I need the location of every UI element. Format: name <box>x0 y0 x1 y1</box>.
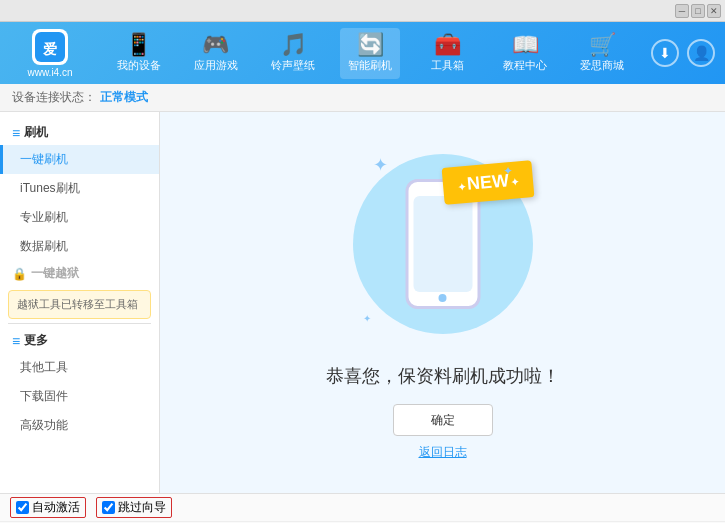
one-click-flash-label: 一键刷机 <box>20 152 68 166</box>
store-label: 爱思商城 <box>580 58 624 73</box>
tutorial-icon: 📖 <box>512 34 539 56</box>
close-button[interactable]: ✕ <box>707 4 721 18</box>
confirm-button[interactable]: 确定 <box>393 404 493 436</box>
jailbreak-section-label: 一键越狱 <box>31 265 79 282</box>
app-game-icon: 🎮 <box>202 34 229 56</box>
minimize-button[interactable]: ─ <box>675 4 689 18</box>
back-link[interactable]: 返回日志 <box>419 444 467 461</box>
toolbox-label: 工具箱 <box>431 58 464 73</box>
skip-wizard-checkbox-label[interactable]: 跳过向导 <box>96 497 172 518</box>
status-label: 设备连接状态： <box>12 89 96 106</box>
jailbreak-warning-text: 越狱工具已转移至工具箱 <box>17 298 138 310</box>
success-message: 恭喜您，保资料刷机成功啦！ <box>326 364 560 388</box>
maximize-button[interactable]: □ <box>691 4 705 18</box>
sidebar-divider <box>8 323 151 324</box>
logo[interactable]: 爱 www.i4.cn <box>10 29 90 78</box>
sidebar-item-pro-flash[interactable]: 专业刷机 <box>0 203 159 232</box>
smart-flash-icon: 🔄 <box>357 34 384 56</box>
auto-connect-label: 自动激活 <box>32 499 80 516</box>
sidebar-item-download-firmware[interactable]: 下载固件 <box>0 382 159 411</box>
footer-checkbox-row: 自动激活 跳过向导 <box>0 494 725 522</box>
sidebar-section-more: ≡ 更多 <box>0 328 159 353</box>
toolbox-icon: 🧰 <box>434 34 461 56</box>
new-badge: NEW <box>441 160 534 205</box>
tutorial-label: 教程中心 <box>503 58 547 73</box>
nav-items: 📱 我的设备 🎮 应用游戏 🎵 铃声壁纸 🔄 智能刷机 🧰 工具箱 📖 教程中心… <box>100 28 641 79</box>
other-tools-label: 其他工具 <box>20 360 68 374</box>
my-device-icon: 📱 <box>125 34 152 56</box>
jailbreak-warning: 越狱工具已转移至工具箱 <box>8 290 151 319</box>
sparkle-2: ✦ <box>503 164 513 178</box>
auto-connect-checkbox-label[interactable]: 自动激活 <box>10 497 86 518</box>
ringtone-icon: 🎵 <box>280 34 307 56</box>
main-layout: ≡ 刷机 一键刷机 iTunes刷机 专业刷机 数据刷机 🔒 一键越狱 越狱工具… <box>0 112 725 493</box>
data-flash-label: 数据刷机 <box>20 239 68 253</box>
sidebar-section-flash: ≡ 刷机 <box>0 120 159 145</box>
sidebar-item-itunes-flash[interactable]: iTunes刷机 <box>0 174 159 203</box>
nav-tutorial[interactable]: 📖 教程中心 <box>495 28 555 79</box>
status-bar: 设备连接状态： 正常模式 <box>0 84 725 112</box>
ringtone-label: 铃声壁纸 <box>271 58 315 73</box>
nav-ringtone[interactable]: 🎵 铃声壁纸 <box>263 28 323 79</box>
itunes-flash-label: iTunes刷机 <box>20 181 80 195</box>
skip-wizard-label: 跳过向导 <box>118 499 166 516</box>
more-section-icon: ≡ <box>12 333 20 349</box>
header: 爱 www.i4.cn 📱 我的设备 🎮 应用游戏 🎵 铃声壁纸 🔄 智能刷机 … <box>0 22 725 84</box>
sidebar: ≡ 刷机 一键刷机 iTunes刷机 专业刷机 数据刷机 🔒 一键越狱 越狱工具… <box>0 112 160 493</box>
nav-toolbox[interactable]: 🧰 工具箱 <box>418 28 478 79</box>
sidebar-item-one-click-flash[interactable]: 一键刷机 <box>0 145 159 174</box>
nav-app-game[interactable]: 🎮 应用游戏 <box>186 28 246 79</box>
user-button[interactable]: 👤 <box>687 39 715 67</box>
auto-connect-checkbox[interactable] <box>16 501 29 514</box>
more-section-label: 更多 <box>24 332 48 349</box>
download-button[interactable]: ⬇ <box>651 39 679 67</box>
phone-illustration: ✦ ✦ ✦ NEW <box>343 144 543 344</box>
lock-icon: 🔒 <box>12 267 27 281</box>
footer-area: 自动激活 跳过向导 📱 iPhone 12 mini 64GB Down-12m… <box>0 493 725 523</box>
sidebar-item-data-flash[interactable]: 数据刷机 <box>0 232 159 261</box>
nav-store[interactable]: 🛒 爱思商城 <box>572 28 632 79</box>
pro-flash-label: 专业刷机 <box>20 210 68 224</box>
logo-icon: 爱 <box>32 29 68 65</box>
my-device-label: 我的设备 <box>117 58 161 73</box>
flash-section-label: 刷机 <box>24 124 48 141</box>
svg-text:爱: 爱 <box>43 41 57 57</box>
sidebar-item-other-tools[interactable]: 其他工具 <box>0 353 159 382</box>
phone-screen <box>413 196 472 292</box>
nav-right: ⬇ 👤 <box>651 39 715 67</box>
sparkle-1: ✦ <box>373 154 388 176</box>
flash-section-icon: ≡ <box>12 125 20 141</box>
skip-wizard-checkbox[interactable] <box>102 501 115 514</box>
advanced-label: 高级功能 <box>20 418 68 432</box>
content-area: ✦ ✦ ✦ NEW 恭喜您，保资料刷机成功啦！ 确定 返回日志 <box>160 112 725 493</box>
phone-home-btn <box>439 294 447 302</box>
download-firmware-label: 下载固件 <box>20 389 68 403</box>
title-bar: ─ □ ✕ <box>0 0 725 22</box>
status-value: 正常模式 <box>100 89 148 106</box>
sparkle-3: ✦ <box>363 313 371 324</box>
smart-flash-label: 智能刷机 <box>348 58 392 73</box>
logo-url: www.i4.cn <box>27 67 72 78</box>
sidebar-section-jailbreak: 🔒 一键越狱 <box>0 261 159 286</box>
store-icon: 🛒 <box>589 34 616 56</box>
sidebar-item-advanced[interactable]: 高级功能 <box>0 411 159 440</box>
nav-smart-flash[interactable]: 🔄 智能刷机 <box>340 28 400 79</box>
app-game-label: 应用游戏 <box>194 58 238 73</box>
nav-my-device[interactable]: 📱 我的设备 <box>109 28 169 79</box>
